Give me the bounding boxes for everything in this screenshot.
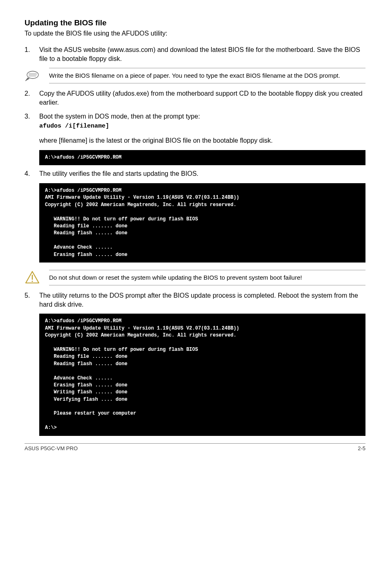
section-heading: Updating the BIOS file bbox=[25, 18, 365, 27]
warning-icon bbox=[25, 271, 40, 285]
step-text: Copy the AFUDOS utility (afudos.exe) fro… bbox=[39, 89, 365, 107]
note-icon bbox=[25, 69, 43, 82]
footer-right: 2-5 bbox=[358, 445, 365, 451]
step-3-note: where [filename] is the latest or the or… bbox=[39, 136, 365, 145]
step-text: The utility verifies the file and starts… bbox=[39, 169, 365, 178]
warning-callout: Do not shut down or reset the system whi… bbox=[25, 270, 365, 285]
step-number: 4. bbox=[25, 169, 39, 178]
step-number: 5. bbox=[25, 291, 39, 309]
page-footer: ASUS P5GC-VM PRO 2-5 bbox=[25, 443, 365, 451]
note-text: Write the BIOS filename on a piece of pa… bbox=[49, 68, 365, 83]
step-text: Visit the ASUS website (www.asus.com) an… bbox=[39, 45, 365, 63]
footer-left: ASUS P5GC-VM PRO bbox=[25, 445, 78, 451]
step-2: 2. Copy the AFUDOS utility (afudos.exe) … bbox=[25, 89, 365, 107]
step-number: 1. bbox=[25, 45, 39, 63]
svg-point-5 bbox=[31, 281, 33, 282]
terminal-output-3: A:\>afudos /iP5GCVMPRO.ROM AMI Firmware … bbox=[39, 314, 365, 435]
step-text: The utility returns to the DOS prompt af… bbox=[39, 291, 365, 309]
warning-text: Do not shut down or reset the system whi… bbox=[49, 270, 365, 285]
intro-text: To update the BIOS file using the AFUDOS… bbox=[25, 30, 365, 37]
step-number: 3. bbox=[25, 112, 39, 145]
note-callout: Write the BIOS filename on a piece of pa… bbox=[25, 68, 365, 83]
step-3: 3. Boot the system in DOS mode, then at … bbox=[25, 112, 365, 145]
step-3-command: afudos /i[filename] bbox=[39, 122, 365, 130]
step-4: 4. The utility verifies the file and sta… bbox=[25, 169, 365, 178]
step-5: 5. The utility returns to the DOS prompt… bbox=[25, 291, 365, 309]
step-number: 2. bbox=[25, 89, 39, 107]
step-1: 1. Visit the ASUS website (www.asus.com)… bbox=[25, 45, 365, 63]
terminal-output-2: A:\>afudos /iP5GCVMPRO.ROM AMI Firmware … bbox=[39, 183, 365, 263]
terminal-output-1: A:\>afudos /iP5GCVMPRO.ROM bbox=[39, 150, 365, 165]
step-text: Boot the system in DOS mode, then at the… bbox=[39, 112, 365, 145]
step-3-line: Boot the system in DOS mode, then at the… bbox=[39, 113, 200, 120]
